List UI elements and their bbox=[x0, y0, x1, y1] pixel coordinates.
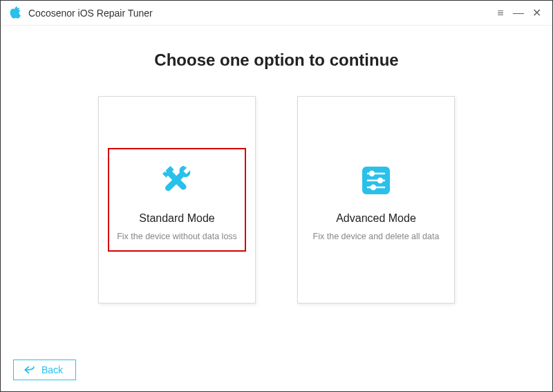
option-cards: Standard Mode Fix the device without dat… bbox=[1, 96, 552, 304]
close-button[interactable]: ✕ bbox=[527, 4, 545, 22]
back-button[interactable]: Back bbox=[13, 360, 76, 380]
standard-mode-desc: Fix the device without data loss bbox=[117, 232, 237, 241]
advanced-mode-title: Advanced Mode bbox=[336, 212, 416, 225]
tools-icon bbox=[155, 158, 199, 203]
standard-mode-highlight: Standard Mode Fix the device without dat… bbox=[108, 148, 246, 252]
svg-point-4 bbox=[378, 178, 382, 183]
app-logo-icon bbox=[8, 6, 23, 21]
advanced-mode-desc: Fix the device and delete all data bbox=[313, 232, 440, 241]
svg-point-6 bbox=[371, 185, 375, 189]
sliders-icon bbox=[354, 158, 398, 203]
standard-mode-card[interactable]: Standard Mode Fix the device without dat… bbox=[98, 96, 256, 304]
minimize-button[interactable]: — bbox=[509, 4, 527, 22]
advanced-mode-card[interactable]: Advanced Mode Fix the device and delete … bbox=[297, 96, 455, 304]
menu-icon[interactable]: ≡ bbox=[491, 4, 509, 22]
page-heading: Choose one option to continue bbox=[1, 50, 552, 70]
advanced-mode-inner: Advanced Mode Fix the device and delete … bbox=[307, 148, 445, 252]
back-button-label: Back bbox=[41, 364, 63, 375]
title-bar: Cocosenor iOS Repair Tuner ≡ — ✕ bbox=[1, 1, 552, 26]
app-title: Cocosenor iOS Repair Tuner bbox=[28, 8, 153, 19]
back-arrow-icon bbox=[24, 365, 36, 375]
svg-point-2 bbox=[370, 171, 374, 176]
standard-mode-title: Standard Mode bbox=[139, 212, 214, 225]
